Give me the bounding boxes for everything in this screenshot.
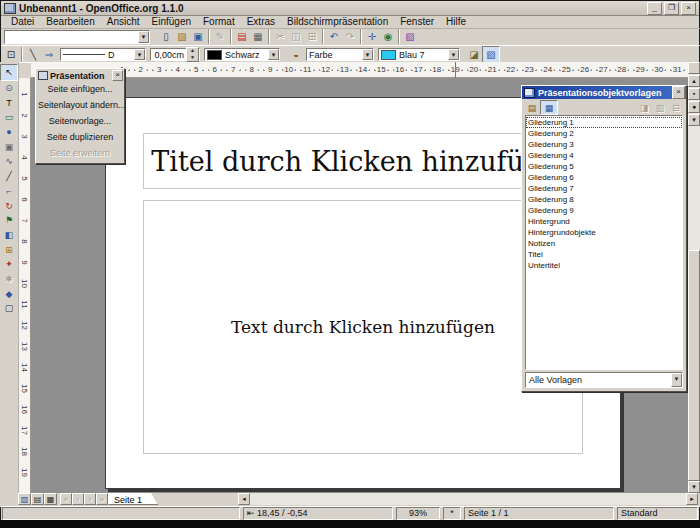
graphics-styles-icon[interactable]: ▤ bbox=[524, 101, 540, 114]
zoom-icon[interactable]: ⊙ bbox=[1, 81, 17, 96]
arrow-style-icon[interactable]: ⇒ bbox=[41, 47, 57, 62]
page-tab[interactable]: Seite 1 bbox=[108, 493, 158, 505]
export-pdf-icon[interactable]: ▤ bbox=[234, 29, 250, 44]
chevron-down-icon[interactable]: ▼ bbox=[134, 49, 145, 60]
style-list-item[interactable]: Gliederung 2 bbox=[526, 128, 682, 139]
connector-icon[interactable]: ⌐ bbox=[1, 184, 17, 199]
style-list-item[interactable]: Untertitel bbox=[526, 260, 682, 271]
status-zoom-field[interactable]: 93% bbox=[396, 507, 440, 520]
restore-button[interactable]: ❐ bbox=[664, 2, 679, 15]
line-style-combobox[interactable]: D ▼ bbox=[60, 48, 146, 61]
horizontal-scrollbar[interactable]: ◂ ▸ bbox=[238, 493, 698, 505]
status-page-field[interactable]: Seite 1 / 1 bbox=[464, 507, 614, 520]
preview-icon[interactable]: ▧ bbox=[482, 46, 500, 63]
vertical-scroll-thumb[interactable] bbox=[688, 250, 700, 481]
line-width-spinner[interactable]: 0,00cm ▲▼ bbox=[150, 48, 200, 61]
slides-view-icon[interactable]: ▦ bbox=[44, 493, 57, 505]
style-list-item[interactable]: Notizen bbox=[526, 238, 682, 249]
fill-type-combobox[interactable]: Farbe ▼ bbox=[306, 48, 374, 61]
chevron-down-icon[interactable]: ▼ bbox=[268, 49, 279, 60]
chevron-down-icon[interactable]: ▼ bbox=[448, 49, 459, 60]
menu-item[interactable]: Extras bbox=[241, 16, 281, 27]
lines-arrows-icon[interactable]: ╱ bbox=[1, 169, 17, 184]
status-template-field[interactable]: Standard bbox=[617, 507, 698, 520]
gallery-icon[interactable]: ▧ bbox=[402, 29, 418, 44]
line-color-combobox[interactable]: Schwarz ▼ bbox=[204, 48, 280, 61]
url-combobox[interactable]: ▼ bbox=[4, 30, 150, 44]
style-list-item[interactable]: Gliederung 1 bbox=[526, 117, 682, 128]
navigator-icon[interactable]: ✛ bbox=[364, 29, 380, 44]
chevron-down-icon[interactable]: ▼ bbox=[362, 49, 373, 60]
style-list-item[interactable]: Gliederung 7 bbox=[526, 183, 682, 194]
next-page-icon[interactable]: › bbox=[84, 493, 96, 505]
line-icon[interactable]: ╲ bbox=[25, 47, 41, 62]
vertical-scrollbar[interactable]: ▴ ▪ ● ▾ ▾ bbox=[688, 62, 700, 493]
menu-item[interactable]: Datei bbox=[5, 16, 40, 27]
menu-item[interactable]: Ansicht bbox=[101, 16, 146, 27]
effects-icon[interactable]: ✦ bbox=[1, 257, 17, 272]
navigation-icon[interactable]: ● bbox=[688, 101, 700, 113]
status-position-field[interactable]: ⇤ 18,45 / -0,54 bbox=[243, 507, 393, 520]
style-list-item[interactable]: Gliederung 8 bbox=[526, 194, 682, 205]
alignment-icon[interactable]: ⚑ bbox=[1, 213, 17, 228]
style-list-item[interactable]: Gliederung 4 bbox=[526, 150, 682, 161]
style-list-item[interactable]: Gliederung 6 bbox=[526, 172, 682, 183]
menu-item[interactable]: Bearbeiten bbox=[40, 16, 100, 27]
print-icon[interactable]: ▦ bbox=[250, 29, 266, 44]
new-document-icon[interactable]: ▯ bbox=[158, 29, 174, 44]
style-list-item[interactable]: Titel bbox=[526, 249, 682, 260]
presentation-toolbar-button[interactable]: Seite duplizieren bbox=[38, 130, 122, 145]
first-page-icon[interactable]: « bbox=[60, 493, 72, 505]
spin-down-icon[interactable]: ▼ bbox=[187, 55, 198, 62]
rectangle-icon[interactable]: ▭ bbox=[1, 110, 17, 125]
style-list-item[interactable]: Gliederung 9 bbox=[526, 205, 682, 216]
horizontal-ruler[interactable]: 1234567891011121314151617181920212223242… bbox=[31, 62, 688, 78]
open-icon[interactable]: ▨ bbox=[174, 29, 190, 44]
last-page-icon[interactable]: » bbox=[96, 493, 108, 505]
chevron-down-icon[interactable]: ▼ bbox=[138, 31, 149, 43]
menu-item[interactable]: Einfügen bbox=[146, 16, 197, 27]
presentation-icon[interactable]: ▢ bbox=[1, 301, 17, 316]
scroll-right-icon[interactable]: ▸ bbox=[686, 493, 698, 505]
style-list-item[interactable]: Gliederung 3 bbox=[526, 139, 682, 150]
scroll-up-icon[interactable]: ▴ bbox=[688, 75, 700, 87]
select-icon[interactable]: ↖ bbox=[0, 64, 18, 81]
fill-bucket-icon[interactable]: ◒ bbox=[288, 47, 304, 62]
text-icon[interactable]: T bbox=[1, 95, 17, 110]
style-list-item[interactable]: Hintergrundobjekte bbox=[526, 227, 682, 238]
spinner-arrows[interactable]: ▲▼ bbox=[186, 47, 199, 62]
scroll-down-icon[interactable]: ▾ bbox=[688, 481, 700, 493]
next-jump-icon[interactable]: ▾ bbox=[688, 114, 700, 126]
close-icon[interactable]: × bbox=[672, 86, 685, 99]
controller-3d-icon[interactable]: ◆ bbox=[1, 286, 17, 301]
presentation-toolbar-button[interactable]: Seite einfügen... bbox=[38, 82, 122, 97]
presentation-toolbar-button[interactable]: Seitenvorlage... bbox=[38, 114, 122, 129]
hyperlink-icon[interactable]: ◉ bbox=[380, 29, 396, 44]
style-list-item[interactable]: Hintergrund bbox=[526, 216, 682, 227]
fill-color-combobox[interactable]: Blau 7 ▼ bbox=[378, 48, 460, 61]
close-button[interactable]: × bbox=[681, 2, 696, 15]
style-list-item[interactable]: Gliederung 5 bbox=[526, 161, 682, 172]
scroll-left-icon[interactable]: ◂ bbox=[238, 493, 250, 505]
menu-item[interactable]: Format bbox=[197, 16, 241, 27]
outline-view-icon[interactable]: ▤ bbox=[31, 493, 44, 505]
minimize-button[interactable]: _ bbox=[647, 2, 662, 15]
stylist-titlebar[interactable]: Präsentationsobjektvorlagen × bbox=[522, 86, 686, 99]
title-placeholder[interactable]: Titel durch Klicken hinzufügen bbox=[143, 133, 583, 189]
horizontal-scroll-thumb[interactable] bbox=[370, 493, 610, 505]
vertical-ruler[interactable]: 12345678910111213141516171819 bbox=[18, 78, 31, 493]
menu-item[interactable]: Bildschirmpräsentation bbox=[281, 16, 394, 27]
menu-item[interactable]: Hilfe bbox=[440, 16, 472, 27]
drawing-view-icon[interactable]: ▧ bbox=[18, 493, 31, 505]
prev-page-icon[interactable]: ‹ bbox=[72, 493, 84, 505]
save-icon[interactable]: ▣ bbox=[190, 29, 206, 44]
insert-icon[interactable]: ⊞ bbox=[1, 242, 17, 257]
presentation-toolbar-button[interactable]: Seitenlayout ändern... bbox=[38, 98, 122, 113]
ellipse-icon[interactable]: ● bbox=[1, 125, 17, 140]
objects-3d-icon[interactable]: ▣ bbox=[1, 139, 17, 154]
shadow-icon[interactable]: ◪ bbox=[466, 47, 482, 62]
undo-icon[interactable]: ↶ bbox=[326, 29, 342, 44]
presentation-toolbar-titlebar[interactable]: Präsentation × bbox=[36, 69, 124, 81]
chevron-down-icon[interactable]: ▼ bbox=[671, 373, 682, 387]
arrange-icon[interactable]: ◧ bbox=[1, 228, 17, 243]
